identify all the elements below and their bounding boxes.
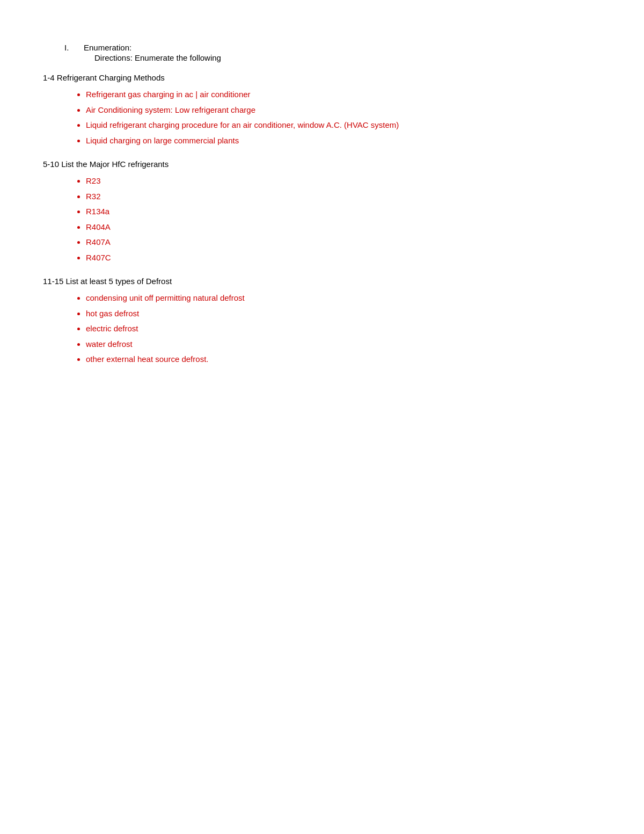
list-item: R404A <box>86 221 612 234</box>
bullet-list-3: condensing unit off permitting natural d… <box>43 292 612 366</box>
directions-line: Directions: Enumerate the following <box>64 53 612 62</box>
list-item: R407A <box>86 236 612 249</box>
bullet-list-1: Refrigerant gas charging in ac | air con… <box>43 89 612 147</box>
list-item: R134a <box>86 206 612 218</box>
list-item: hot gas defrost <box>86 308 612 320</box>
list-item: R407C <box>86 252 612 264</box>
list-item: water defrost <box>86 338 612 351</box>
list-item: condensing unit off permitting natural d… <box>86 292 612 304</box>
roman-numeral: I. <box>64 43 75 52</box>
list-item: Air Conditioning system: Low refrigerant… <box>86 104 612 117</box>
directions-text: Directions: Enumerate the following <box>94 53 221 62</box>
enumeration-block: I. Enumeration: Directions: Enumerate th… <box>43 43 612 62</box>
list-item: other external heat source defrost. <box>86 353 612 366</box>
list-item: Liquid charging on large commercial plan… <box>86 135 612 147</box>
list-item: R23 <box>86 175 612 187</box>
enumeration-label: I. Enumeration: <box>64 43 612 52</box>
list-item: R32 <box>86 191 612 203</box>
section-heading-3: 11-15 List at least 5 types of Defrost <box>43 277 612 286</box>
sections-container: 1-4 Refrigerant Charging MethodsRefriger… <box>43 73 612 366</box>
list-item: electric defrost <box>86 323 612 335</box>
section-block-3: 11-15 List at least 5 types of Defrostco… <box>43 277 612 366</box>
list-item: Liquid refrigerant charging procedure fo… <box>86 119 612 132</box>
section-heading-1: 1-4 Refrigerant Charging Methods <box>43 73 612 82</box>
bullet-list-2: R23R32R134aR404AR407AR407C <box>43 175 612 264</box>
list-item: Refrigerant gas charging in ac | air con… <box>86 89 612 101</box>
section-block-2: 5-10 List the Major HfC refrigerantsR23R… <box>43 159 612 264</box>
section-block-1: 1-4 Refrigerant Charging MethodsRefriger… <box>43 73 612 147</box>
section-heading-2: 5-10 List the Major HfC refrigerants <box>43 159 612 169</box>
enumeration-title: Enumeration: <box>84 43 131 52</box>
